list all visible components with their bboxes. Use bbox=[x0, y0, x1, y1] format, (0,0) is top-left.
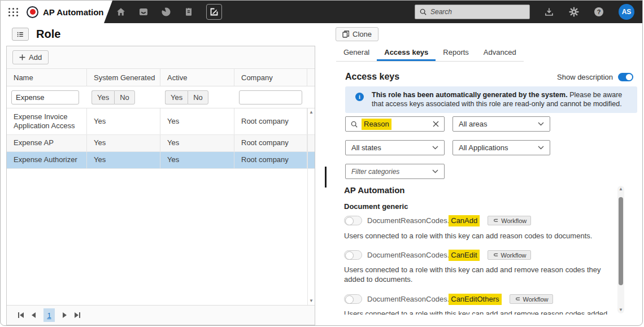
info-icon: i bbox=[355, 93, 364, 101]
applications-dropdown-value: All Applications bbox=[459, 143, 508, 152]
areas-dropdown[interactable]: All areas bbox=[452, 116, 550, 132]
avatar[interactable]: AS bbox=[619, 4, 634, 20]
chevron-down-icon bbox=[538, 122, 544, 126]
add-button[interactable]: Add bbox=[12, 50, 49, 64]
topbar-nav bbox=[116, 1, 222, 23]
access-keys-heading: Access keys bbox=[345, 72, 399, 82]
system-generated-yes-button[interactable]: Yes bbox=[92, 90, 114, 104]
filter-categories-dropdown[interactable]: Filter categories bbox=[345, 164, 445, 179]
pagination-next-icon[interactable] bbox=[63, 312, 67, 318]
row-active: Yes bbox=[160, 135, 234, 151]
apps-grid-icon[interactable] bbox=[8, 8, 19, 16]
inbox-icon[interactable] bbox=[138, 7, 149, 17]
access-key-toggle[interactable] bbox=[344, 216, 362, 225]
row-name: Expense Authorizer bbox=[7, 152, 87, 168]
scroll-down-icon[interactable]: ▼ bbox=[309, 299, 314, 303]
global-search-placeholder: Search bbox=[430, 8, 452, 16]
help-icon[interactable]: ? bbox=[594, 7, 604, 17]
list-icon bbox=[16, 30, 24, 38]
name-filter-input[interactable] bbox=[11, 90, 79, 104]
column-header-active[interactable]: Active bbox=[160, 69, 234, 86]
table-row[interactable]: Expense AP Yes Yes Root company bbox=[7, 135, 315, 152]
grid-toolbar: Add bbox=[7, 46, 315, 69]
scroll-up-icon[interactable]: ▲ bbox=[619, 187, 623, 191]
roles-grid: Add Name System Generated Active Company… bbox=[6, 46, 315, 325]
row-active: Yes bbox=[160, 152, 234, 168]
access-key-name-highlighted: CanEdit bbox=[449, 250, 479, 261]
search-icon bbox=[351, 121, 358, 128]
role-header: Role bbox=[12, 28, 60, 41]
scroll-up-icon[interactable]: ▲ bbox=[309, 110, 314, 115]
list-menu-button[interactable] bbox=[12, 28, 29, 41]
system-generated-filter: Yes No bbox=[92, 90, 135, 104]
scrollbar-thumb[interactable] bbox=[619, 197, 623, 285]
access-key-item: DocumentReasonCodes.CanEdit Workflow bbox=[344, 250, 531, 260]
active-yes-button[interactable]: Yes bbox=[165, 90, 188, 104]
states-dropdown[interactable]: All states bbox=[345, 140, 445, 155]
home-icon[interactable] bbox=[116, 7, 126, 17]
row-system-generated: Yes bbox=[87, 152, 160, 168]
company-filter-input[interactable] bbox=[239, 90, 302, 104]
settings-gear-icon[interactable] bbox=[569, 7, 579, 17]
tab-general[interactable]: General bbox=[336, 45, 377, 61]
chevron-down-icon bbox=[538, 146, 544, 150]
show-description-toggle[interactable] bbox=[618, 73, 633, 81]
topbar-actions: ? AS bbox=[544, 1, 634, 23]
info-banner-bold: This role has been automatically generat… bbox=[372, 91, 568, 99]
row-system-generated: Yes bbox=[87, 135, 160, 151]
access-key-label: DocumentReasonCodes.CanEditOthers bbox=[367, 295, 502, 303]
states-dropdown-value: All states bbox=[351, 143, 381, 152]
row-company: Root company bbox=[234, 135, 307, 151]
access-key-toggle[interactable] bbox=[344, 250, 362, 260]
svg-text:?: ? bbox=[597, 8, 601, 15]
scroll-down-icon[interactable]: ▼ bbox=[619, 308, 623, 312]
notes-icon[interactable] bbox=[184, 7, 194, 17]
add-button-label: Add bbox=[29, 53, 42, 62]
pagination-last-icon[interactable] bbox=[75, 312, 80, 318]
pagination-prev-icon[interactable] bbox=[32, 312, 36, 318]
panel-splitter-handle[interactable] bbox=[325, 167, 327, 188]
clear-icon[interactable] bbox=[433, 121, 439, 127]
access-key-label: DocumentReasonCodes.CanEdit bbox=[367, 251, 480, 259]
workflow-badge-label: Workflow bbox=[501, 252, 526, 259]
column-header-system-generated[interactable]: System Generated bbox=[87, 69, 160, 86]
access-key-toggle[interactable] bbox=[344, 294, 362, 304]
pagination-first-icon[interactable] bbox=[18, 312, 24, 318]
access-key-search-input[interactable]: Reason bbox=[345, 116, 445, 132]
global-search-input[interactable]: Search bbox=[415, 5, 530, 19]
active-no-button[interactable]: No bbox=[188, 90, 208, 104]
tab-reports[interactable]: Reports bbox=[436, 45, 476, 61]
table-filter-row: Yes No Yes No bbox=[7, 86, 315, 108]
access-key-name-highlighted: CanAdd bbox=[449, 215, 480, 226]
pagination-current-page[interactable]: 1 bbox=[43, 308, 55, 322]
brand-name: AP Automation bbox=[43, 7, 104, 17]
system-generated-no-button[interactable]: No bbox=[114, 90, 135, 104]
info-banner-text: This role has been automatically generat… bbox=[372, 90, 630, 108]
group-title: Document generic bbox=[344, 202, 408, 211]
filter-categories-placeholder: Filter categories bbox=[351, 168, 399, 176]
tab-advanced[interactable]: Advanced bbox=[476, 45, 524, 61]
column-header-name[interactable]: Name bbox=[7, 69, 87, 86]
show-description-control: Show description bbox=[543, 73, 633, 81]
clone-button-label: Clone bbox=[353, 30, 372, 38]
section-title: AP Automation bbox=[344, 185, 405, 195]
pie-chart-icon[interactable] bbox=[161, 7, 171, 17]
pagination: 1 bbox=[7, 305, 315, 325]
applications-dropdown[interactable]: All Applications bbox=[452, 140, 550, 155]
row-system-generated: Yes bbox=[87, 108, 160, 134]
column-header-company[interactable]: Company bbox=[234, 69, 307, 86]
edit-icon-active[interactable] bbox=[206, 4, 222, 20]
areas-dropdown-value: All areas bbox=[459, 120, 488, 128]
tab-access-keys[interactable]: Access keys bbox=[377, 45, 436, 61]
workflow-badge: Workflow bbox=[510, 294, 553, 304]
brand-area: AP Automation bbox=[1, 1, 112, 23]
clone-button[interactable]: Clone bbox=[336, 27, 378, 41]
access-keys-list: AP Automation Document generic DocumentR… bbox=[337, 184, 631, 315]
access-key-prefix: DocumentReasonCodes. bbox=[367, 251, 449, 259]
table-row[interactable]: Expense Invoice Application Access Yes Y… bbox=[7, 108, 315, 135]
table-row-selected[interactable]: Expense Authorizer Yes Yes Root company bbox=[7, 152, 315, 169]
download-icon[interactable] bbox=[544, 7, 554, 17]
info-banner: i This role has been automatically gener… bbox=[345, 86, 637, 113]
grid-scrollbar[interactable]: ▲ ▼ bbox=[307, 108, 315, 305]
row-company: Root company bbox=[234, 108, 307, 134]
